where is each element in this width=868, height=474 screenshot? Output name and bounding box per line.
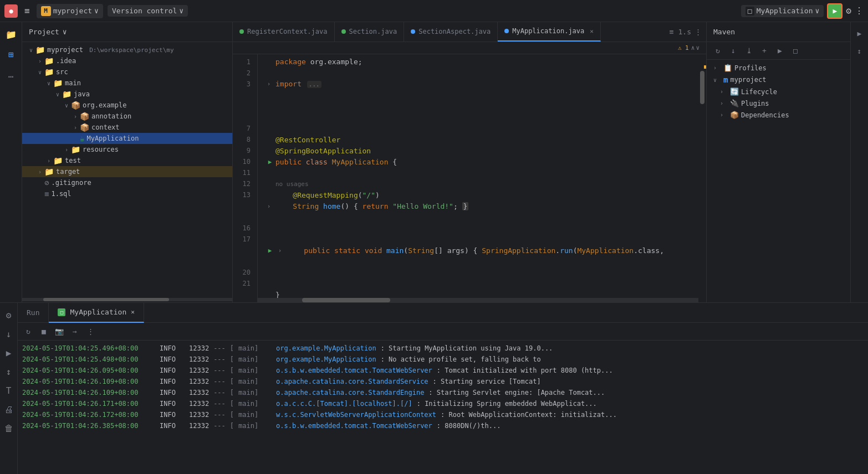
maven-download-sources-btn[interactable]: ⤓ <box>742 44 755 58</box>
tree-item-annotation[interactable]: › 📦 annotation <box>22 111 232 122</box>
project-selector[interactable]: M myproject ∨ <box>37 4 103 18</box>
log-pid: 12332 <box>189 421 209 431</box>
run-button[interactable]: ▶ <box>827 3 843 19</box>
bottom-icon-print[interactable]: 🖨 <box>1 401 17 417</box>
bottom-icon-trash[interactable]: 🗑 <box>1 420 17 436</box>
bottom-tab-run-label: Run <box>27 308 39 317</box>
project-panel-title: Project <box>29 28 59 36</box>
tree-item-sql[interactable]: ≡ 1.sql <box>22 188 232 199</box>
tree-arrow: ∨ <box>53 91 62 97</box>
run-configuration[interactable]: □ MyApplication ∨ <box>741 5 824 17</box>
folded-space-3 <box>264 256 698 279</box>
tree-item-resources[interactable]: › 📁 resources <box>22 144 232 155</box>
tree-label: org.example <box>83 101 126 109</box>
maven-download-btn[interactable]: ↓ <box>727 44 740 58</box>
bottom-icon-text[interactable]: T <box>1 383 17 398</box>
tree-item-java[interactable]: ∨ 📁 java <box>22 89 232 100</box>
code-content[interactable]: package org.example; › import ... <box>258 54 698 302</box>
left-icon-folder[interactable]: 📁 <box>3 27 19 42</box>
left-icon-structure[interactable]: ⊞ <box>3 47 19 62</box>
bottom-icon-down[interactable]: ↓ <box>1 326 17 342</box>
right-icon-run[interactable]: ▶ <box>853 27 866 40</box>
bottom-tool-stop[interactable]: ■ <box>38 326 50 338</box>
run-gutter[interactable]: ▶ <box>264 157 275 168</box>
hamburger-menu[interactable]: ≡ <box>22 3 32 18</box>
code-text: package org.example; <box>275 56 698 68</box>
bottom-tab-run[interactable]: Run <box>18 303 49 323</box>
folder-icon: 📁 <box>53 79 63 87</box>
tree-label: context <box>91 123 120 131</box>
editor-more-icon[interactable]: ⋮ <box>695 28 702 36</box>
lifecycle-icon: 🔄 <box>730 87 739 96</box>
tree-arrow: ∨ <box>44 80 53 86</box>
log-line: 2024-05-19T01:04:26.385+08:00 INFO 12332… <box>18 420 868 431</box>
log-message: : 8080DN(/)th... <box>437 421 501 431</box>
version-control-button[interactable]: Version control ∨ <box>108 5 188 17</box>
more-options-icon[interactable]: ⋮ <box>855 6 864 16</box>
tree-arrow: › <box>71 125 80 131</box>
bottom-icon-split[interactable]: ↕ <box>1 364 17 379</box>
maven-item-plugins[interactable]: › 🔌 Plugins <box>707 97 850 109</box>
bottom-tab-close[interactable]: ✕ <box>131 308 135 316</box>
tab-myapplication[interactable]: MyApplication.java ✕ <box>498 22 601 42</box>
maven-item-dependencies[interactable]: › 📦 Dependencies <box>707 109 850 121</box>
fold-button[interactable]: › <box>267 79 270 90</box>
tree-item-test[interactable]: › 📁 test <box>22 155 232 166</box>
maven-item-lifecycle[interactable]: › 🔄 Lifecycle <box>707 86 850 97</box>
tab-close-button[interactable]: ✕ <box>590 28 594 35</box>
maven-refresh-btn[interactable]: ↻ <box>711 44 724 58</box>
tree-label: .gitignore <box>51 179 91 187</box>
tree-item-target[interactable]: › 📁 target <box>22 166 232 177</box>
tree-label: MyApplication <box>86 135 139 142</box>
left-icon-more[interactable]: … <box>3 66 19 82</box>
maven-run-btn[interactable]: ▶ <box>773 44 787 58</box>
tab-section-aspect[interactable]: SectionAspect.java <box>404 22 498 42</box>
bottom-main: Run □ MyApplication ✕ ↻ ■ 📷 → ⋮ 2024-05 <box>18 303 868 474</box>
fold-button[interactable]: › <box>267 201 270 212</box>
tree-item-idea[interactable]: › 📁 .idea <box>22 55 232 66</box>
right-icon-expand[interactable]: ↕ <box>853 44 866 58</box>
code-scrollbar[interactable] <box>698 54 706 302</box>
tree-item-context[interactable]: › 📦 context <box>22 122 232 133</box>
horizontal-scrollbar[interactable] <box>258 298 698 302</box>
log-thread: main] <box>238 399 272 409</box>
maven-title: Maven <box>713 28 735 36</box>
editor-area: RegisterContext.java Section.java Sectio… <box>233 22 706 302</box>
bottom-tool-forward[interactable]: → <box>69 326 81 338</box>
maven-stop-btn[interactable]: □ <box>789 44 802 58</box>
tree-item-myproject[interactable]: ∨ 📁 myproject D:\workspace\project\my <box>22 44 232 55</box>
editor-tab-tools: ≡ 1.s ⋮ <box>665 22 706 42</box>
tab-register-context[interactable]: RegisterContext.java <box>233 22 335 42</box>
bottom-icon-run[interactable]: ▶ <box>1 345 17 360</box>
settings-icon[interactable]: ⚙ <box>846 6 851 16</box>
code-line-3: › import ... <box>264 79 698 90</box>
tree-item-org-example[interactable]: ∨ 📦 org.example <box>22 100 232 111</box>
bottom-tool-more[interactable]: ⋮ <box>84 326 96 338</box>
tab-section[interactable]: Section.java <box>335 22 405 42</box>
maven-item-profiles[interactable]: › 📋 Profiles <box>707 62 850 74</box>
fold-button[interactable]: › <box>278 245 282 256</box>
bottom-tool-screenshot[interactable]: 📷 <box>53 326 65 338</box>
bottom-tool-restart[interactable]: ↻ <box>22 326 34 338</box>
structure-view-label[interactable]: ≡ 1.s <box>670 28 691 36</box>
version-control-label: Version control <box>112 7 177 15</box>
tree-item-main[interactable]: ∨ 📁 main <box>22 78 232 89</box>
run-gutter[interactable]: ▶ <box>264 245 275 256</box>
maven-add-btn[interactable]: + <box>758 44 771 58</box>
log-message: : Initializing Spring embedded WebApplic… <box>417 399 597 409</box>
tree-item-gitignore[interactable]: ⊘ .gitignore <box>22 177 232 188</box>
warning-nav-up[interactable]: ∧ <box>691 44 695 51</box>
tree-item-src[interactable]: ∨ 📁 src <box>22 66 232 78</box>
tree-item-myapplication[interactable]: ☕ MyApplication <box>22 133 232 144</box>
maven-item-myproject[interactable]: ∨ m myproject <box>707 74 850 86</box>
warning-nav-down[interactable]: ∨ <box>696 44 699 51</box>
line-numbers: 1 2 3 7 8 9 10 11 12 13 16 17 <box>233 54 258 302</box>
bottom-tab-myapplication[interactable]: □ MyApplication ✕ <box>49 303 144 323</box>
maven-arrow: › <box>720 112 728 118</box>
folder-icon: 📁 <box>71 145 80 154</box>
bottom-icon-settings[interactable]: ⚙ <box>1 307 17 323</box>
maven-arrow: › <box>713 65 721 71</box>
left-sidebar-icons: 📁 ⊞ … <box>0 22 22 302</box>
java-file-icon: ☕ <box>80 134 84 143</box>
tree-label: main <box>65 79 81 87</box>
